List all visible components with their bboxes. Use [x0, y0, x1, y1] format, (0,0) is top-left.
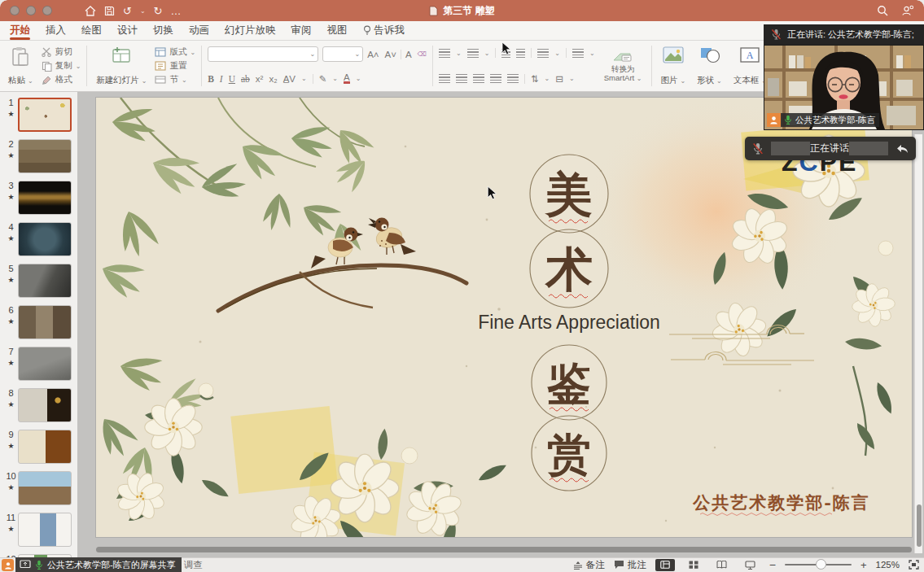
align-left-button[interactable]	[439, 74, 450, 83]
slide-thumbnail-9[interactable]: 9★	[0, 430, 77, 465]
undo-icon[interactable]: ↺	[123, 5, 132, 17]
tab-draw[interactable]: 绘图	[81, 21, 102, 41]
slide-thumbnail-2[interactable]: 2★	[0, 139, 77, 175]
slide-thumbnail-4[interactable]: 4★	[0, 222, 77, 258]
slide-11-preview[interactable]	[18, 513, 72, 547]
tab-insert[interactable]: 插入	[46, 21, 66, 41]
font-name-combo[interactable]: ⌄	[208, 46, 318, 62]
strikethrough-button[interactable]: ab	[241, 74, 250, 84]
slide-5-preview[interactable]	[18, 264, 72, 298]
vertical-scrollbar-thumb[interactable]	[917, 504, 922, 547]
home-icon[interactable]	[85, 6, 96, 16]
more-commands-icon[interactable]: …	[171, 5, 182, 17]
font-color-button[interactable]: A	[344, 73, 350, 84]
zoom-in-button[interactable]: +	[861, 559, 867, 571]
bold-button[interactable]: B	[208, 74, 214, 84]
tab-home[interactable]: 开始	[10, 21, 30, 41]
speaking-toast[interactable]: 正在讲话: 公共艺术教学部...	[745, 137, 916, 160]
font-size-combo[interactable]: ⌄	[322, 46, 363, 62]
slide-3-preview[interactable]	[18, 181, 72, 215]
zoom-window-button[interactable]	[42, 6, 52, 15]
columns-button[interactable]	[572, 49, 584, 58]
slide-2-preview[interactable]	[18, 139, 72, 173]
copy-button[interactable]: 复制⌄	[42, 59, 81, 72]
comments-button[interactable]: 批注	[614, 559, 646, 571]
zoom-level[interactable]: 125%	[876, 560, 900, 570]
screenshare-pill[interactable]: 公共艺术教学部-陈言的屏幕共享	[15, 557, 182, 572]
text-direction-button[interactable]: ⇅	[531, 72, 539, 85]
reset-button[interactable]: 重置	[155, 59, 195, 72]
new-slide-button[interactable]: 新建幻灯片 ⌄	[93, 44, 150, 88]
tab-view[interactable]: 视图	[327, 21, 348, 41]
slide-thumbnail-10[interactable]: 10★	[0, 471, 77, 507]
normal-view-button[interactable]	[655, 559, 675, 571]
numbering-button[interactable]	[467, 49, 479, 58]
reply-arrow-icon[interactable]	[896, 143, 909, 155]
slide-10-preview[interactable]	[18, 471, 72, 505]
slide-thumbnail-1[interactable]: 1★	[0, 98, 77, 133]
tab-review[interactable]: 审阅	[291, 21, 312, 41]
participant-video[interactable]: 公共艺术教学部-陈言	[764, 45, 924, 130]
slide-editor[interactable]: ZCPE 美 术 鉴 赏 Fine Arts Appreciation 公共艺术…	[96, 98, 912, 537]
slide-thumbnail-7[interactable]: 7★	[0, 347, 77, 382]
search-icon[interactable]	[877, 5, 888, 16]
layout-button[interactable]: 版式⌄	[155, 46, 195, 59]
kerning-button[interactable]: A̲V	[283, 74, 296, 84]
line-spacing-button[interactable]	[537, 49, 549, 58]
save-icon[interactable]	[104, 6, 115, 16]
slide-9-preview[interactable]	[18, 430, 72, 464]
zoom-out-button[interactable]: −	[769, 558, 776, 571]
slideshow-view-button[interactable]	[741, 559, 760, 571]
shrink-font-icon[interactable]: A˅	[385, 50, 396, 59]
redo-icon[interactable]: ↻	[154, 5, 163, 17]
slide-8-preview[interactable]	[18, 388, 72, 422]
zoom-slider-handle[interactable]	[816, 559, 826, 570]
underline-button[interactable]: U	[229, 74, 235, 84]
cut-button[interactable]: 剪切	[42, 46, 81, 59]
italic-button[interactable]: I	[220, 74, 223, 84]
slide-thumbnail-5[interactable]: 5★	[0, 264, 77, 299]
clear-formatting-icon[interactable]: A⌫	[405, 47, 427, 61]
align-text-button[interactable]: ⊟	[555, 72, 563, 85]
slide-1-preview[interactable]	[18, 98, 72, 132]
section-button[interactable]: 节⌄	[155, 73, 195, 86]
share-contact-icon[interactable]	[901, 5, 914, 16]
picture-button[interactable]: 图片 ⌄	[658, 44, 690, 88]
slide-4-preview[interactable]	[18, 222, 72, 256]
distribute-button[interactable]	[507, 74, 519, 83]
slide-thumbnail-8[interactable]: 8★	[0, 388, 77, 424]
slide-sorter-view-button[interactable]	[684, 559, 703, 571]
tab-slideshow[interactable]: 幻灯片放映	[225, 21, 276, 41]
tab-animations[interactable]: 动画	[189, 21, 209, 41]
close-window-button[interactable]	[10, 6, 20, 15]
slide-thumbnail-6[interactable]: 6★	[0, 305, 77, 341]
format-painter-button[interactable]: 格式	[42, 73, 81, 86]
convert-smartart-button[interactable]: 转换为SmartArt ⌄	[601, 46, 646, 85]
subscript-button[interactable]: x₂	[269, 74, 277, 84]
notes-button[interactable]: 备注	[573, 559, 605, 571]
undo-dropdown-icon[interactable]: ⌄	[140, 7, 146, 15]
slide-thumbnail-11[interactable]: 11★	[0, 513, 77, 548]
meeting-app-icon[interactable]	[2, 559, 14, 571]
slide-thumbnail-3[interactable]: 3★	[0, 181, 77, 216]
shapes-button[interactable]: 形状 ⌄	[694, 44, 725, 88]
paste-button[interactable]: 粘贴 ⌄	[5, 44, 37, 88]
tab-transitions[interactable]: 切换	[153, 21, 173, 41]
increase-indent-button[interactable]	[516, 49, 525, 58]
highlight-button[interactable]: ✎	[319, 73, 327, 85]
tab-design[interactable]: 设计	[117, 21, 138, 41]
horizontal-scrollbar[interactable]	[96, 547, 912, 552]
minimize-window-button[interactable]	[26, 6, 36, 15]
align-right-button[interactable]	[473, 74, 484, 83]
slide-6-preview[interactable]	[18, 305, 72, 339]
reading-view-button[interactable]	[712, 559, 732, 571]
bullets-button[interactable]	[439, 49, 450, 58]
slide-7-preview[interactable]	[18, 347, 72, 381]
justify-button[interactable]	[490, 74, 501, 83]
zoom-slider[interactable]	[785, 564, 852, 565]
grow-font-icon[interactable]: A˄	[367, 50, 379, 59]
fit-to-window-icon[interactable]	[909, 560, 919, 570]
align-center-button[interactable]	[456, 74, 467, 83]
vertical-scrollbar-track[interactable]	[914, 134, 922, 553]
tab-tell-me[interactable]: 告诉我	[363, 21, 405, 41]
